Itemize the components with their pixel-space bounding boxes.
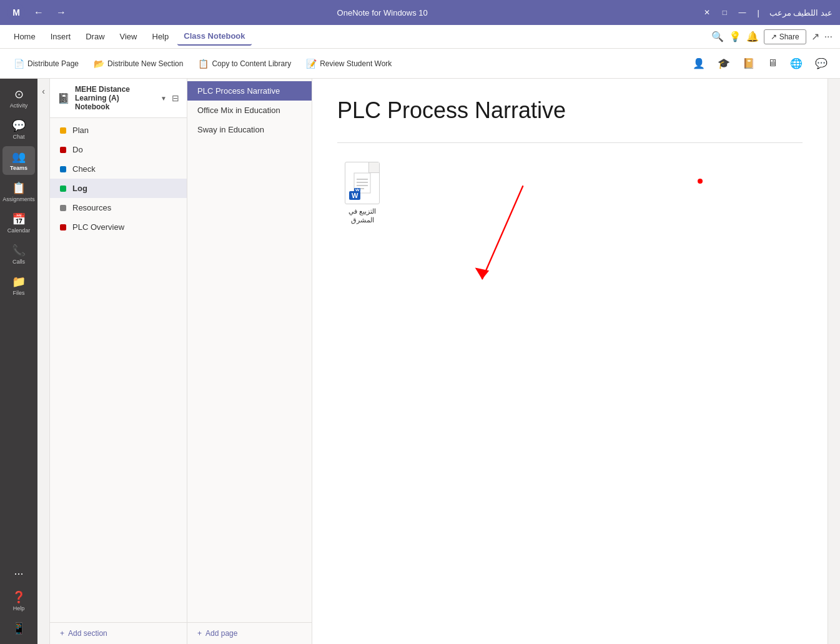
section-plc-overview[interactable]: PLC Overview	[50, 217, 187, 237]
calls-icon: 📞	[12, 244, 26, 257]
section-dot-plc	[60, 224, 66, 230]
sidebar-item-assignments[interactable]: 📋 Assignments	[2, 177, 35, 206]
share-button[interactable]: ↗ Share	[764, 29, 806, 44]
person-icon[interactable]: 👤	[688, 54, 710, 73]
files-icon: 📁	[12, 275, 26, 289]
add-section-icon: +	[60, 629, 64, 638]
expand-icon[interactable]: ↗	[811, 31, 819, 42]
title-bar: M ← → OneNote for Windows 10 عبد اللطيف …	[0, 0, 840, 25]
page-plc-process[interactable]: PLC Process Narrative	[187, 81, 312, 101]
sidebar-help-button[interactable]: ❓ Help	[2, 587, 35, 615]
sidebar-more-button[interactable]: ···	[2, 563, 35, 584]
teams-icon: 👥	[12, 150, 26, 164]
add-section-label: Add section	[68, 629, 107, 638]
main-layout: ⊙ Activity 💬 Chat 👥 Teams 📋 Assignments …	[0, 79, 840, 644]
section-do[interactable]: Do	[50, 140, 187, 159]
back-button[interactable]: ←	[30, 6, 47, 19]
close-button[interactable]: ✕	[702, 7, 712, 17]
menu-insert[interactable]: Insert	[44, 28, 77, 45]
section-check[interactable]: Check	[50, 159, 187, 179]
section-list: Plan Do Check Log Resources PLC Overview	[50, 118, 187, 622]
calendar-icon: 📅	[12, 212, 26, 226]
sidebar-item-chat[interactable]: 💬 Chat	[2, 115, 35, 144]
share-icon: ↗	[771, 32, 777, 41]
sidebar-item-activity[interactable]: ⊙ Activity	[2, 84, 35, 112]
content-area: PLC Process Narrative W W التزييع في الم…	[312, 79, 828, 644]
title-bar-right: عبد اللطيف مرعب | — □ ✕	[694, 7, 833, 17]
distribute-section-icon: 📂	[94, 59, 104, 69]
title-bar-left: M ← →	[7, 4, 70, 21]
menu-draw[interactable]: Draw	[79, 28, 111, 45]
sidebar-item-files[interactable]: 📁 Files	[2, 271, 35, 300]
add-page-button[interactable]: + Add page	[187, 622, 312, 644]
page-sway[interactable]: Sway in Education	[187, 120, 312, 139]
more-icon[interactable]: ···	[824, 31, 833, 42]
graduation-icon[interactable]: 🎓	[713, 54, 735, 73]
mobile-icon: 📱	[12, 622, 26, 635]
page-divider	[337, 142, 803, 143]
calls-label: Calls	[12, 259, 25, 265]
search-icon[interactable]: 🔍	[711, 31, 724, 42]
maximize-button[interactable]: □	[719, 7, 729, 17]
notebook-icon[interactable]: 📔	[738, 54, 760, 73]
section-dot-plan	[60, 127, 66, 134]
app-title: OneNote for Windows 10	[70, 8, 694, 17]
help-label: Help	[13, 605, 25, 612]
toolbar: 📄 Distribute Page 📂 Distribute New Secti…	[0, 49, 840, 79]
screen-icon[interactable]: 🖥	[763, 54, 783, 73]
teams-sidebar: ⊙ Activity 💬 Chat 👥 Teams 📋 Assignments …	[0, 79, 37, 644]
section-log[interactable]: Log	[50, 179, 187, 198]
menu-home[interactable]: Home	[7, 28, 42, 45]
bell-icon[interactable]: 🔔	[746, 31, 759, 42]
file-name: التزييع في المشرق	[337, 207, 387, 225]
word-file[interactable]: W W التزييع في المشرق	[337, 162, 387, 225]
forward-button[interactable]: →	[52, 6, 70, 19]
section-resources[interactable]: Resources	[50, 198, 187, 217]
section-plan[interactable]: Plan	[50, 121, 187, 140]
svg-line-0	[482, 186, 523, 279]
assignments-label: Assignments	[2, 196, 35, 202]
menu-class-notebook[interactable]: Class Notebook	[177, 27, 251, 46]
sidebar-item-calls[interactable]: 📞 Calls	[2, 240, 35, 269]
copy-to-library-button[interactable]: 📋 Copy to Content Library	[192, 55, 297, 72]
notebook-title: MEHE Distance Learning (A) Notebook	[75, 85, 156, 111]
activity-icon: ⊙	[14, 87, 24, 101]
word-badge: W	[349, 191, 360, 200]
notebook-sidebar: 📓 MEHE Distance Learning (A) Notebook ▼ …	[50, 79, 187, 644]
distribute-section-button[interactable]: 📂 Distribute New Section	[87, 55, 189, 72]
notebook-dropdown-icon[interactable]: ▼	[161, 95, 167, 102]
app-logo[interactable]: M	[7, 4, 25, 21]
add-section-button[interactable]: + Add section	[50, 622, 187, 644]
section-dot-log	[60, 186, 66, 192]
collapse-panel-button[interactable]: ‹	[37, 79, 50, 644]
notebook-filter-icon[interactable]: ⊟	[172, 93, 179, 103]
toolbar-right: 👤 🎓 📔 🖥 🌐 💬	[688, 54, 833, 73]
minimize-button[interactable]: —	[737, 7, 747, 17]
sidebar-item-teams[interactable]: 👥 Teams	[2, 146, 35, 175]
page-list: PLC Process Narrative Office Mix in Educ…	[187, 79, 312, 622]
lightbulb-icon[interactable]: 💡	[729, 31, 741, 42]
distribute-page-button[interactable]: 📄 Distribute Page	[7, 55, 85, 72]
red-arrow-annotation	[312, 79, 828, 644]
sidebar-item-calendar[interactable]: 📅 Calendar	[2, 209, 35, 237]
section-dot-check	[60, 166, 66, 172]
comment-icon[interactable]: 💬	[810, 54, 833, 73]
sidebar-mobile-button[interactable]: 📱	[2, 618, 35, 639]
calendar-label: Calendar	[7, 227, 31, 234]
review-work-button[interactable]: 📝 Review Student Work	[300, 55, 398, 72]
notebook-header: 📓 MEHE Distance Learning (A) Notebook ▼ …	[50, 79, 187, 118]
page-title: PLC Process Narrative	[337, 97, 803, 124]
help-icon: ❓	[12, 590, 26, 604]
pages-sidebar: PLC Process Narrative Office Mix in Educ…	[187, 79, 312, 644]
page-office-mix[interactable]: Office Mix in Education	[187, 101, 312, 120]
svg-marker-1	[475, 268, 490, 280]
files-label: Files	[12, 290, 24, 296]
menu-view[interactable]: View	[114, 28, 144, 45]
menu-right: 🔍 💡 🔔 ↗ Share ↗ ···	[711, 29, 833, 44]
teams-label: Teams	[10, 165, 27, 171]
menu-help[interactable]: Help	[146, 28, 175, 45]
section-dot-do	[60, 147, 66, 153]
word-file-icon: W W	[345, 162, 380, 204]
globe-icon[interactable]: 🌐	[785, 54, 808, 73]
activity-label: Activity	[10, 102, 28, 109]
